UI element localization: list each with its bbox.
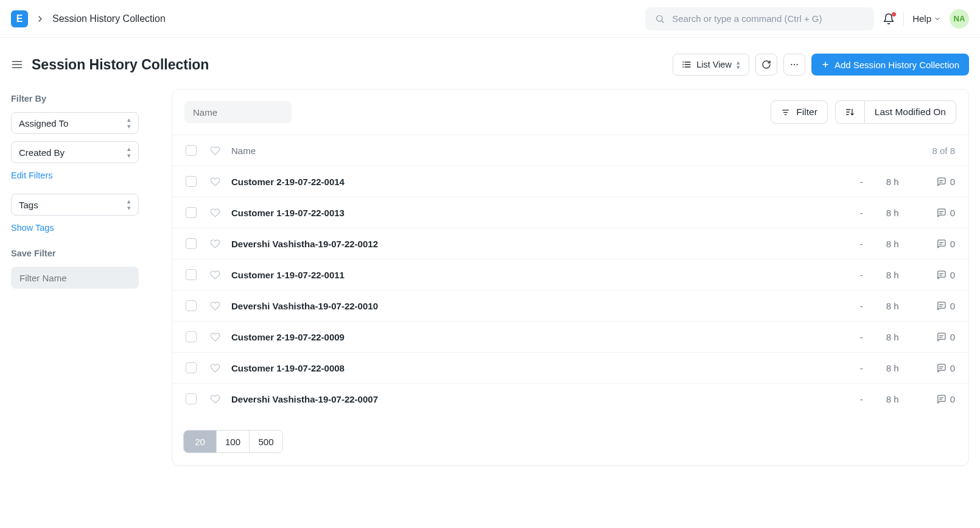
top-navbar: E Session History Collection Search or t… bbox=[0, 0, 980, 38]
heart-icon[interactable] bbox=[210, 363, 220, 373]
refresh-button[interactable] bbox=[755, 54, 777, 76]
sort-direction-button[interactable] bbox=[835, 100, 864, 124]
heart-icon[interactable] bbox=[210, 208, 220, 218]
search-icon bbox=[655, 14, 665, 24]
sort-field-button[interactable]: Last Modified On bbox=[864, 100, 956, 124]
page-header: Session History Collection List View ▴▾ … bbox=[0, 38, 980, 89]
show-tags-link[interactable]: Show Tags bbox=[11, 223, 157, 233]
row-time: 8 h bbox=[886, 301, 913, 311]
table-row[interactable]: Customer 2-19-07-22-0014 - 8 h 0 bbox=[172, 166, 968, 197]
row-time: 8 h bbox=[886, 270, 913, 280]
help-label: Help bbox=[912, 13, 931, 24]
table-header: Name 8 of 8 bbox=[172, 135, 968, 166]
sort-icon bbox=[845, 107, 855, 117]
more-menu-button[interactable] bbox=[783, 54, 805, 76]
assigned-to-select[interactable]: Assigned To ▴▾ bbox=[11, 112, 139, 134]
sort-label: Last Modified On bbox=[875, 107, 946, 118]
page-size-group: 20100500 bbox=[183, 430, 283, 453]
row-name: Customer 2-19-07-22-0014 bbox=[231, 177, 345, 187]
row-time: 8 h bbox=[886, 177, 913, 187]
edit-filters-link[interactable]: Edit Filters bbox=[11, 171, 157, 180]
table-row[interactable]: Devershi Vashistha-19-07-22-0007 - 8 h 0 bbox=[172, 383, 968, 414]
app-logo[interactable]: E bbox=[11, 10, 28, 27]
heart-icon[interactable] bbox=[210, 177, 220, 187]
row-checkbox[interactable] bbox=[186, 269, 197, 280]
tags-select[interactable]: Tags ▴▾ bbox=[11, 194, 139, 216]
row-comments[interactable]: 0 bbox=[936, 332, 955, 342]
heart-icon[interactable] bbox=[210, 239, 220, 249]
row-name: Customer 1-19-07-22-0011 bbox=[231, 270, 345, 280]
table-row[interactable]: Customer 2-19-07-22-0009 - 8 h 0 bbox=[172, 321, 968, 352]
row-status: - bbox=[860, 363, 863, 373]
page-size-500[interactable]: 500 bbox=[250, 431, 282, 452]
filter-button[interactable]: Filter bbox=[771, 100, 827, 124]
select-all-checkbox[interactable] bbox=[186, 145, 197, 156]
row-status: - bbox=[860, 270, 863, 280]
user-avatar[interactable]: NA bbox=[950, 9, 969, 29]
breadcrumb-title[interactable]: Session History Collection bbox=[52, 13, 166, 24]
table-row[interactable]: Customer 1-19-07-22-0011 - 8 h 0 bbox=[172, 259, 968, 290]
row-status: - bbox=[860, 394, 863, 404]
row-comments[interactable]: 0 bbox=[936, 208, 955, 218]
row-comment-count: 0 bbox=[950, 177, 955, 187]
view-label: List View bbox=[696, 60, 732, 69]
name-filter-input[interactable] bbox=[184, 101, 292, 123]
created-by-select[interactable]: Created By ▴▾ bbox=[11, 141, 139, 163]
row-comment-count: 0 bbox=[950, 208, 955, 218]
row-comments[interactable]: 0 bbox=[936, 394, 955, 404]
row-checkbox[interactable] bbox=[186, 207, 197, 218]
heart-icon[interactable] bbox=[210, 332, 220, 342]
row-checkbox[interactable] bbox=[186, 393, 197, 404]
table-row[interactable]: Devershi Vashistha-19-07-22-0012 - 8 h 0 bbox=[172, 228, 968, 259]
row-comments[interactable]: 0 bbox=[936, 270, 955, 280]
row-comment-count: 0 bbox=[950, 363, 955, 373]
save-filter-heading: Save Filter bbox=[11, 248, 157, 258]
row-time: 8 h bbox=[886, 239, 913, 249]
row-status: - bbox=[860, 301, 863, 311]
separator bbox=[903, 12, 904, 26]
row-status: - bbox=[860, 208, 863, 218]
heart-icon[interactable] bbox=[210, 301, 220, 311]
add-record-button[interactable]: Add Session History Collection bbox=[811, 54, 969, 76]
svg-point-9 bbox=[683, 65, 684, 65]
row-time: 8 h bbox=[886, 363, 913, 373]
sidebar-toggle-icon[interactable] bbox=[11, 58, 23, 71]
row-comment-count: 0 bbox=[950, 301, 955, 311]
row-name: Devershi Vashistha-19-07-22-0012 bbox=[231, 239, 378, 249]
table-row[interactable]: Customer 1-19-07-22-0013 - 8 h 0 bbox=[172, 197, 968, 228]
help-menu[interactable]: Help bbox=[912, 13, 941, 24]
filter-label: Filter bbox=[796, 107, 817, 118]
page-size-20[interactable]: 20 bbox=[184, 431, 217, 452]
row-name: Customer 1-19-07-22-0013 bbox=[231, 208, 345, 218]
more-horizontal-icon bbox=[789, 60, 799, 69]
global-search[interactable]: Search or type a command (Ctrl + G) bbox=[645, 7, 874, 30]
row-checkbox[interactable] bbox=[186, 238, 197, 249]
filter-sidebar: Filter By Assigned To ▴▾ Created By ▴▾ E… bbox=[11, 89, 157, 466]
view-switcher[interactable]: List View ▴▾ bbox=[673, 54, 749, 76]
row-comments[interactable]: 0 bbox=[936, 177, 955, 187]
heart-icon[interactable] bbox=[210, 394, 220, 404]
row-comment-count: 0 bbox=[950, 270, 955, 280]
row-checkbox[interactable] bbox=[186, 362, 197, 373]
updown-icon: ▴▾ bbox=[127, 198, 131, 211]
svg-point-13 bbox=[797, 64, 798, 65]
row-comments[interactable]: 0 bbox=[936, 363, 955, 373]
row-checkbox[interactable] bbox=[186, 331, 197, 342]
row-comments[interactable]: 0 bbox=[936, 239, 955, 249]
row-status: - bbox=[860, 177, 863, 187]
row-comments[interactable]: 0 bbox=[936, 301, 955, 311]
filter-by-heading: Filter By bbox=[11, 94, 157, 104]
notifications-button[interactable] bbox=[883, 13, 895, 25]
filter-name-input[interactable] bbox=[11, 267, 139, 289]
heart-icon[interactable] bbox=[210, 270, 220, 280]
page-size-100[interactable]: 100 bbox=[217, 431, 250, 452]
like-column-icon bbox=[210, 146, 220, 156]
row-time: 8 h bbox=[886, 332, 913, 342]
svg-line-1 bbox=[662, 21, 663, 23]
row-checkbox[interactable] bbox=[186, 300, 197, 311]
table-row[interactable]: Customer 1-19-07-22-0008 - 8 h 0 bbox=[172, 352, 968, 383]
row-checkbox[interactable] bbox=[186, 176, 197, 187]
table-row[interactable]: Devershi Vashistha-19-07-22-0010 - 8 h 0 bbox=[172, 290, 968, 321]
updown-icon: ▴▾ bbox=[127, 146, 131, 159]
column-name[interactable]: Name bbox=[231, 146, 256, 156]
